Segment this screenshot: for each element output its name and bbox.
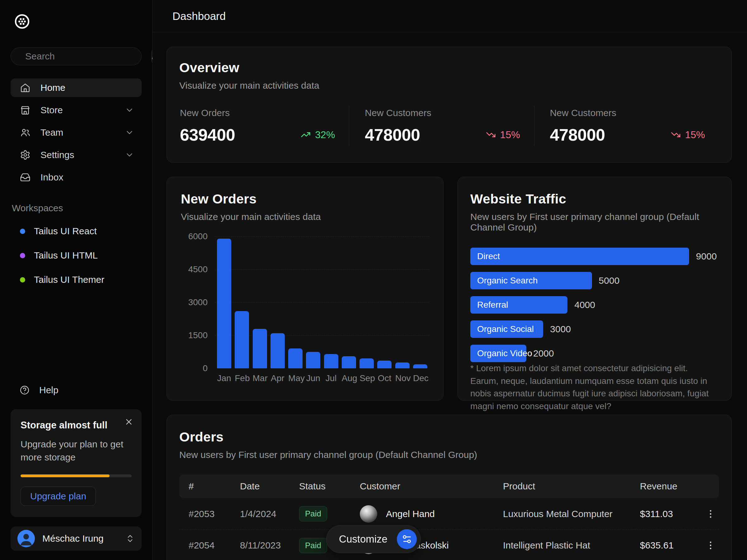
storage-alert-title: Storage almost full bbox=[21, 420, 132, 431]
chevron-down-icon bbox=[125, 105, 134, 115]
bar-jul bbox=[324, 354, 338, 368]
close-icon[interactable] bbox=[124, 417, 133, 427]
help-icon bbox=[19, 385, 30, 395]
table-row[interactable]: #2053 1/4/2024 Paid Angel Hand Luxurious… bbox=[179, 498, 719, 530]
bar-organic-video: Organic Video bbox=[470, 345, 526, 362]
avatar bbox=[360, 505, 377, 523]
traffic-row: Referral4000 bbox=[470, 296, 719, 314]
storage-alert-card: Storage almost full Upgrade your plan to… bbox=[10, 409, 141, 517]
settings-icon bbox=[20, 150, 30, 160]
chart-subtitle: Visualize your main activities data bbox=[181, 212, 429, 222]
chart-subtitle: New users by First user primary channel … bbox=[470, 212, 719, 233]
storage-progress-track bbox=[21, 475, 132, 477]
x-tick-label: Dec bbox=[413, 373, 427, 383]
brand-logo[interactable] bbox=[14, 14, 141, 29]
workspaces-heading: Workspaces bbox=[12, 203, 141, 213]
workspace-item-tailus-ui-themer[interactable]: Tailus UI Themer bbox=[10, 274, 141, 285]
help-link[interactable]: Help bbox=[10, 385, 141, 395]
search-box[interactable]: / bbox=[10, 47, 141, 65]
bar-value-label: 5000 bbox=[599, 275, 620, 286]
bar-may bbox=[288, 348, 303, 368]
x-tick-label: Nov bbox=[395, 373, 410, 383]
bar-mar bbox=[253, 329, 267, 368]
chart-title: Website Traffic bbox=[470, 191, 719, 207]
traffic-row: Direct9000 bbox=[470, 248, 719, 265]
col-revenue: Revenue bbox=[640, 481, 702, 491]
workspace-label: Tailus UI React bbox=[34, 226, 97, 236]
sidebar-item-label: Store bbox=[41, 105, 63, 115]
stat-label: New Customers bbox=[365, 108, 520, 118]
sliders-icon bbox=[397, 529, 417, 549]
bar-organic-search: Organic Search bbox=[470, 272, 592, 289]
sidebar-item-home[interactable]: Home bbox=[10, 78, 141, 97]
sidebar-item-inbox[interactable]: Inbox bbox=[10, 168, 141, 187]
bar-nov bbox=[395, 363, 410, 368]
row-menu-icon[interactable] bbox=[702, 506, 719, 522]
orders-card: Orders New users by First user primary c… bbox=[166, 415, 732, 560]
sidebar-item-label: Team bbox=[41, 127, 63, 138]
y-tick-label: 6000 bbox=[188, 232, 208, 241]
sidebar-item-label: Home bbox=[41, 82, 66, 93]
orders-table: # Date Status Customer Product Revenue #… bbox=[179, 475, 719, 560]
col-date: Date bbox=[240, 481, 299, 491]
traffic-row: Organic Search5000 bbox=[470, 272, 719, 289]
bar-dec bbox=[413, 364, 427, 368]
traffic-row: Organic Social3000 bbox=[470, 320, 719, 338]
sidebar-item-label: Settings bbox=[41, 150, 74, 160]
sidebar-item-store[interactable]: Store bbox=[10, 101, 141, 119]
y-tick-label: 3000 bbox=[188, 297, 208, 308]
sidebar-item-label: Inbox bbox=[41, 172, 63, 183]
trending-down-icon bbox=[486, 130, 496, 140]
revenue-value: $311.03 bbox=[640, 509, 702, 519]
traffic-row: Organic Video2000 bbox=[470, 345, 719, 362]
revenue-value: $635.61 bbox=[640, 540, 702, 551]
bar-value-label: 9000 bbox=[696, 251, 717, 262]
customize-button[interactable]: Customize bbox=[326, 525, 421, 553]
trending-down-icon bbox=[671, 130, 681, 140]
upgrade-plan-button[interactable]: Upgrade plan bbox=[21, 486, 96, 506]
x-tick-label: Jan bbox=[217, 373, 231, 383]
search-input[interactable] bbox=[25, 51, 145, 61]
bar-direct: Direct bbox=[470, 248, 689, 265]
chart-title: New Orders bbox=[181, 191, 429, 207]
sidebar: / Home Store Team Settings bbox=[0, 0, 153, 560]
user-name: Méschac Irung bbox=[42, 533, 118, 544]
sidebar-item-settings[interactable]: Settings bbox=[10, 145, 141, 164]
x-tick-label: Aug bbox=[342, 373, 356, 383]
x-tick-label: Apr bbox=[271, 373, 285, 383]
bar-sep bbox=[360, 358, 374, 368]
user-menu[interactable]: Méschac Irung bbox=[10, 526, 141, 551]
workspace-item-tailus-ui-react[interactable]: Tailus UI React bbox=[10, 226, 141, 236]
bar-referral: Referral bbox=[470, 296, 567, 314]
avatar bbox=[18, 530, 35, 547]
stat-new-customers-2: New Customers 478000 15% bbox=[534, 106, 719, 146]
workspace-color-dot bbox=[20, 253, 25, 258]
overview-stats: New Orders 639400 32% New Customers 4780… bbox=[179, 106, 719, 146]
sidebar-item-team[interactable]: Team bbox=[10, 123, 141, 142]
customize-label: Customize bbox=[339, 533, 387, 545]
stat-value: 478000 bbox=[550, 125, 605, 144]
order-id: #2054 bbox=[189, 540, 240, 551]
main-area: Dashboard Overview Visualize your main a… bbox=[153, 0, 747, 560]
orders-title: Orders bbox=[179, 429, 719, 445]
overview-subtitle: Visualize your main activities data bbox=[179, 80, 719, 91]
chevron-down-icon bbox=[125, 128, 134, 137]
status-badge: Paid bbox=[299, 506, 327, 522]
bar-value-label: 2000 bbox=[533, 348, 554, 359]
chevrons-up-down-icon bbox=[125, 534, 135, 543]
order-date: 8/11/2023 bbox=[240, 540, 299, 551]
table-row[interactable]: #2054 8/11/2023 Paid Lucia Jaskolski Int… bbox=[179, 530, 719, 560]
bar-jan bbox=[217, 239, 231, 368]
stat-new-orders: New Orders 639400 32% bbox=[179, 106, 349, 146]
bar-organic-social: Organic Social bbox=[470, 320, 543, 338]
row-menu-icon[interactable] bbox=[702, 537, 719, 554]
sidebar-nav: Home Store Team Settings bbox=[10, 78, 141, 187]
x-tick-label: Jun bbox=[306, 373, 320, 383]
bar-value-label: 3000 bbox=[550, 324, 571, 335]
overview-card: Overview Visualize your main activities … bbox=[166, 47, 732, 163]
workspace-item-tailus-ui-html[interactable]: Tailus UI HTML bbox=[10, 250, 141, 261]
store-icon bbox=[20, 105, 30, 115]
col-product: Product bbox=[503, 481, 640, 491]
bar-aug bbox=[342, 356, 356, 368]
y-axis: 60004500300015000 bbox=[181, 236, 208, 368]
